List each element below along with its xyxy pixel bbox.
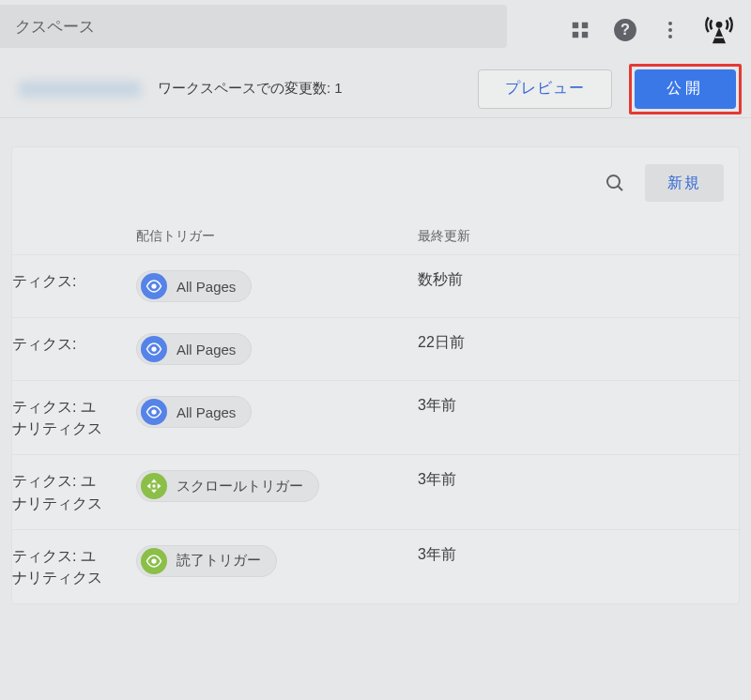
svg-rect-3 [582,32,588,38]
pageview-trigger-icon [141,273,167,299]
scroll-trigger-icon [141,473,167,499]
broadcast-icon[interactable] [702,13,736,47]
publish-button[interactable]: 公開 [635,69,736,109]
trigger-cell: All Pages [125,255,406,318]
action-bar: ワークスペースでの変更数: 1 プレビュー 公開 [0,60,751,118]
svg-text:?: ? [621,21,630,38]
updated-cell: 数秒前 [406,255,739,318]
pageview-trigger-icon [141,336,167,362]
tag-name-cell: ティクス: ユ ナリティクス [12,455,125,529]
svg-line-12 [618,186,622,190]
table-row[interactable]: ティクス: ユ ナリティクス読了トリガー3年前 [12,529,739,603]
tags-table: 配信トリガー 最終更新 ティクス:All Pages数秒前ティクス:All Pa… [12,215,739,603]
tag-name-cell: ティクス: [12,318,125,381]
svg-point-17 [151,558,156,563]
svg-point-6 [668,22,672,25]
trigger-chip[interactable]: All Pages [136,270,252,302]
new-button[interactable]: 新規 [645,164,724,202]
svg-rect-0 [573,23,578,28]
tag-name-cell: ティクス: ユ ナリティクス [12,529,125,603]
svg-point-11 [607,175,620,188]
trigger-cell: 読了トリガー [125,529,406,603]
svg-point-14 [151,346,156,351]
tag-name-cell: ティクス: [12,255,125,318]
trigger-chip-label: スクロールトリガー [176,478,303,495]
svg-point-15 [151,409,156,414]
trigger-chip-label: All Pages [176,404,236,420]
svg-point-9 [716,22,723,28]
col-header-trigger[interactable]: 配信トリガー [125,215,406,255]
pageview-trigger-icon [141,399,167,425]
search-input[interactable]: クスペース [0,5,507,48]
trigger-cell: All Pages [125,381,406,455]
svg-rect-2 [573,32,578,38]
trigger-chip-label: All Pages [176,342,236,358]
svg-point-7 [668,28,672,32]
table-row[interactable]: ティクス: ユ ナリティクスAll Pages3年前 [12,381,739,455]
card-toolbar: 新規 [12,147,739,215]
table-row[interactable]: ティクス: ユ ナリティクススクロールトリガー3年前 [12,455,739,529]
svg-point-8 [668,35,672,38]
updated-cell: 3年前 [406,529,739,603]
custom-trigger-icon [141,548,167,574]
trigger-cell: スクロールトリガー [125,455,406,529]
trigger-chip[interactable]: 読了トリガー [136,545,277,577]
workspace-changes-text[interactable]: ワークスペースでの変更数: 1 [158,80,461,98]
trigger-chip[interactable]: スクロールトリガー [136,470,319,502]
col-header-name [12,215,125,255]
svg-rect-1 [582,23,588,28]
trigger-cell: All Pages [125,318,406,381]
top-bar: クスペース ? [0,0,751,60]
svg-point-16 [152,485,155,488]
trigger-chip-label: 読了トリガー [176,552,261,570]
table-row[interactable]: ティクス:All Pages数秒前 [12,255,739,318]
search-icon[interactable] [602,170,628,196]
svg-point-13 [151,283,156,288]
publish-highlight: 公開 [629,64,742,114]
table-row[interactable]: ティクス:All Pages22日前 [12,318,739,381]
tags-card: 新規 配信トリガー 最終更新 ティクス:All Pages数秒前ティクス:All… [11,146,740,604]
updated-cell: 3年前 [406,381,739,455]
trigger-chip[interactable]: All Pages [136,396,252,428]
help-icon[interactable]: ? [612,17,638,43]
col-header-updated[interactable]: 最終更新 [406,215,739,255]
tag-name-cell: ティクス: ユ ナリティクス [12,381,125,455]
trigger-chip-label: All Pages [176,279,236,295]
preview-button[interactable]: プレビュー [478,69,612,109]
topbar-icons: ? [567,13,743,47]
more-icon[interactable] [657,17,683,43]
apps-icon[interactable] [567,17,593,43]
updated-cell: 22日前 [406,318,739,381]
trigger-chip[interactable]: All Pages [136,333,252,365]
updated-cell: 3年前 [406,455,739,529]
container-id-blurred [19,81,141,98]
